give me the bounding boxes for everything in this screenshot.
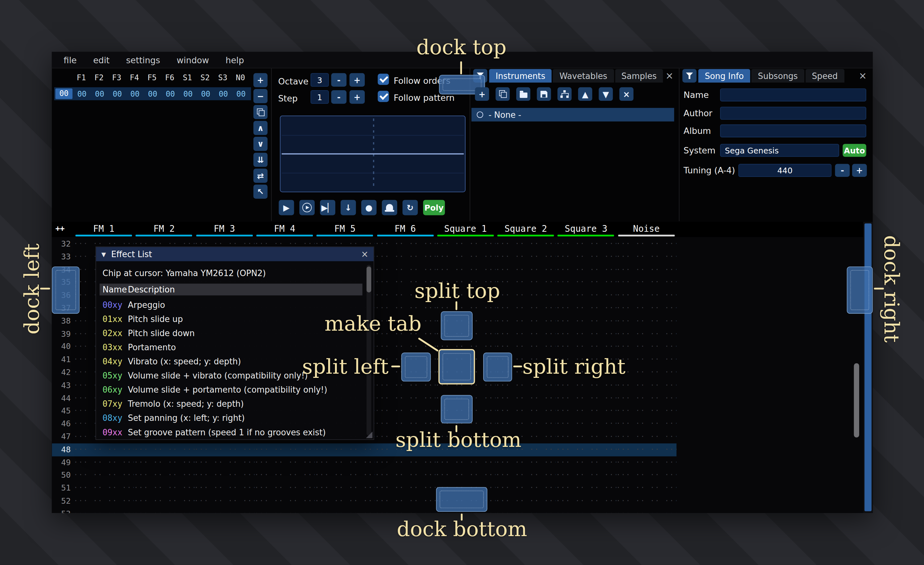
pattern-cell[interactable]: ··· ·· ·· ··· xyxy=(616,418,676,430)
author-field[interactable] xyxy=(720,107,866,119)
pattern-cell[interactable]: ··· ·· ·· ··· xyxy=(616,237,676,250)
channel-header-fm-4[interactable]: FM 4 xyxy=(254,224,315,234)
channel-header-square-2[interactable]: Square 2 xyxy=(496,224,556,234)
songinfo-filter-button[interactable] xyxy=(682,69,696,83)
tab-instruments[interactable]: Instruments xyxy=(489,69,552,83)
pattern-cell[interactable]: ··· ·· ·· ··· xyxy=(194,456,254,469)
save-instrument-button[interactable] xyxy=(537,87,551,101)
channel-header-fm-6[interactable]: FM 6 xyxy=(375,224,435,234)
move-instrument-down-button[interactable]: ▼ xyxy=(598,87,613,101)
orders-channel-header-f1[interactable]: F1 xyxy=(72,73,90,85)
pattern-cell[interactable]: ··· ·· ·· ··· xyxy=(496,405,556,418)
tab-speed[interactable]: Speed xyxy=(805,69,844,83)
pattern-cell[interactable]: ··· ·· ·· ··· xyxy=(616,469,676,482)
instrument-list-item[interactable]: - None - xyxy=(471,108,674,121)
pattern-cell[interactable]: ··· ·· ·· ··· xyxy=(315,443,375,456)
pattern-cell[interactable]: ··· ·· ·· ··· xyxy=(616,315,676,328)
pattern-cell[interactable]: ··· ·· ·· ··· xyxy=(556,237,616,250)
pattern-cell[interactable]: ··· ·· ·· ··· xyxy=(254,443,315,456)
channel-header-fm-5[interactable]: FM 5 xyxy=(315,224,375,234)
pattern-cell[interactable]: ··· ·· ·· ··· xyxy=(375,250,435,263)
tab-song-info[interactable]: Song Info xyxy=(699,69,750,83)
pattern-cell[interactable]: ··· ·· ·· ··· xyxy=(616,443,676,456)
orders-channel-header-f3[interactable]: F3 xyxy=(108,73,126,85)
orders-cell-7[interactable]: 00 xyxy=(196,89,214,98)
pattern-cell[interactable]: ··· ·· ·· ··· xyxy=(375,392,435,405)
pattern-cell[interactable]: ··· ·· ·· ··· xyxy=(616,508,676,513)
pattern-cell[interactable]: ··· ·· ·· ··· xyxy=(496,276,556,289)
orders-channel-header-s3[interactable]: S3 xyxy=(214,73,232,85)
pattern-cell[interactable]: ··· ·· ·· ··· xyxy=(496,482,556,495)
pattern-cell[interactable]: ··· ·· ·· ··· xyxy=(556,495,616,508)
pattern-cell[interactable]: ··· ·· ·· ··· xyxy=(496,508,556,513)
menu-item-settings[interactable]: settings xyxy=(118,52,168,68)
pattern-cell[interactable]: ··· ·· ·· ··· xyxy=(315,482,375,495)
duplicate-instrument-button[interactable] xyxy=(496,87,510,101)
orders-cell-5[interactable]: 00 xyxy=(161,89,179,98)
pattern-cell[interactable]: ··· ·· ·· ··· xyxy=(556,456,616,469)
pattern-row-number[interactable]: 38 xyxy=(53,315,70,328)
order-change-mode-button[interactable]: ↖ xyxy=(254,185,268,199)
pattern-cell[interactable]: ··· ·· ·· ··· xyxy=(194,495,254,508)
pattern-cell[interactable]: ··· ·· ·· ··· xyxy=(616,392,676,405)
channel-header-fm-1[interactable]: FM 1 xyxy=(74,224,134,234)
pattern-cell[interactable]: ··· ·· ·· ··· xyxy=(616,328,676,340)
channel-header-noise[interactable]: Noise xyxy=(616,224,676,234)
pattern-row-number[interactable]: 43 xyxy=(53,379,70,392)
tuning-increase-button[interactable]: + xyxy=(852,164,867,177)
pattern-cell[interactable]: ··· ·· ·· ··· xyxy=(496,250,556,263)
move-instrument-up-button[interactable]: ▲ xyxy=(578,87,592,101)
pattern-cell[interactable]: ··· ·· ·· ··· xyxy=(74,495,134,508)
metronome-button[interactable] xyxy=(382,200,397,215)
channel-header-fm-3[interactable]: FM 3 xyxy=(194,224,254,234)
follow-pattern-checkbox[interactable] xyxy=(378,91,389,102)
orders-cell-6[interactable]: 00 xyxy=(179,89,196,98)
pattern-cell[interactable]: ··· ·· ·· ··· xyxy=(254,456,315,469)
pattern-cell[interactable]: ··· ·· ·· ··· xyxy=(616,289,676,302)
pattern-cell[interactable]: ··· ·· ·· ··· xyxy=(616,482,676,495)
pattern-cell[interactable]: ··· ·· ·· ··· xyxy=(556,443,616,456)
split-top-target[interactable] xyxy=(441,311,472,340)
pattern-cell[interactable]: ··· ·· ·· ··· xyxy=(375,263,435,276)
dock-left-target[interactable] xyxy=(52,266,80,314)
poly-toggle-button[interactable]: Poly xyxy=(423,200,445,215)
pattern-cell[interactable]: ··· ·· ·· ··· xyxy=(496,341,556,353)
channel-header-square-3[interactable]: Square 3 xyxy=(556,224,616,234)
pattern-cell[interactable]: ··· ·· ·· ··· xyxy=(375,508,435,513)
orders-channel-header-f5[interactable]: F5 xyxy=(143,73,161,85)
pattern-cell[interactable]: ··· ·· ·· ··· xyxy=(616,276,676,289)
pattern-cell[interactable]: ··· ·· ·· ··· xyxy=(616,405,676,418)
play-button[interactable]: ▶ xyxy=(279,200,294,215)
pattern-cell[interactable]: ··· ·· ·· ··· xyxy=(556,263,616,276)
step-one-row-button[interactable]: ↓ xyxy=(341,200,356,215)
channel-header-fm-2[interactable]: FM 2 xyxy=(134,224,194,234)
pattern-cell[interactable]: ··· ·· ·· ··· xyxy=(496,469,556,482)
pattern-row-number[interactable]: 39 xyxy=(53,328,70,340)
pattern-cell[interactable]: ··· ·· ·· ··· xyxy=(496,302,556,315)
make-tab-target[interactable] xyxy=(439,349,475,384)
pattern-cell[interactable]: ··· ·· ·· ··· xyxy=(435,237,496,250)
organize-instruments-button[interactable] xyxy=(558,87,572,101)
split-bottom-target[interactable] xyxy=(441,395,472,424)
tab-samples[interactable]: Samples xyxy=(615,69,663,83)
tab-subsongs[interactable]: Subsongs xyxy=(752,69,804,83)
pattern-cell[interactable]: ··· ·· ·· ··· xyxy=(496,456,556,469)
pattern-cell[interactable]: ··· ·· ·· ··· xyxy=(315,495,375,508)
deep-clone-order-button[interactable]: ⇄ xyxy=(254,168,268,183)
pattern-row-number[interactable]: 50 xyxy=(53,469,70,482)
pattern-cell[interactable]: ··· ·· ·· ··· xyxy=(496,315,556,328)
tab-wavetables[interactable]: Wavetables xyxy=(553,69,614,83)
pattern-cell[interactable]: ··· ·· ·· ··· xyxy=(435,263,496,276)
pattern-cell[interactable]: ··· ·· ·· ··· xyxy=(556,405,616,418)
pattern-cell[interactable]: ··· ·· ·· ··· xyxy=(375,482,435,495)
pattern-row-number[interactable]: 53 xyxy=(53,508,70,513)
pattern-cell[interactable]: ··· ·· ·· ··· xyxy=(556,276,616,289)
move-order-up-button[interactable]: ∧ xyxy=(254,121,268,135)
orders-channel-header-n0[interactable]: N0 xyxy=(232,73,249,85)
pattern-cell[interactable]: ··· ·· ·· ··· xyxy=(556,430,616,443)
orders-cell-1[interactable]: 00 xyxy=(91,89,108,98)
pattern-cell[interactable]: ··· ·· ·· ··· xyxy=(194,469,254,482)
pattern-cell[interactable]: ··· ·· ·· ··· xyxy=(616,379,676,392)
add-instrument-button[interactable]: + xyxy=(475,87,489,101)
pattern-cell[interactable]: ··· ·· ·· ··· xyxy=(435,469,496,482)
